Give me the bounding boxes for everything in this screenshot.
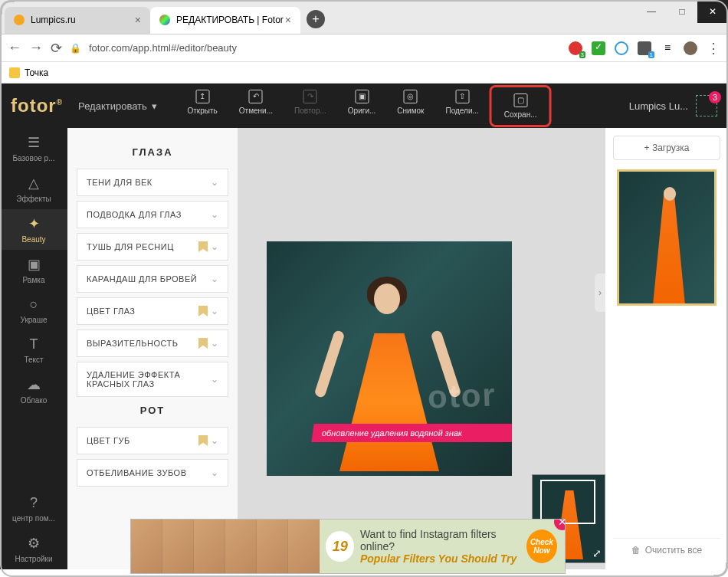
accordion-item[interactable]: ВЫРАЗИТЕЛЬНОСТЬ⌄: [77, 329, 228, 357]
expand-icon[interactable]: ⤢: [592, 547, 602, 559]
toolbar-save-button[interactable]: ▢Сохран...: [494, 89, 548, 123]
premium-ribbon-icon: [198, 306, 208, 316]
new-tab-button[interactable]: +: [307, 10, 325, 28]
browser-tab-strip: Lumpics.ru × РЕДАКТИРОВАТЬ | Fotor × + —…: [0, 0, 728, 34]
original-icon: ▣: [355, 90, 369, 103]
maximize-button[interactable]: □: [667, 0, 697, 23]
chevron-down-icon: ⌄: [211, 274, 219, 284]
bookmarks-bar: Точка: [0, 62, 728, 84]
thumbnail[interactable]: [617, 169, 717, 306]
canvas-area[interactable]: otor обновление удаления водяной знак 26…: [238, 128, 605, 569]
rail-settings[interactable]: ⚙Настройки: [0, 529, 67, 569]
app-body: ☰Базовое р...△Эффекты✦Beauty▣Рамка○Украш…: [0, 84, 728, 569]
rail-help[interactable]: ?центр пом...: [0, 489, 67, 529]
menu-button[interactable]: ⋮: [707, 40, 720, 57]
ext-icon-2[interactable]: ✓: [592, 41, 605, 55]
cloud-icon: ☁: [27, 376, 41, 393]
panel-heading-eyes: ГЛАЗА: [77, 146, 228, 158]
notif-badge: 3: [709, 91, 721, 103]
collapse-right-button[interactable]: ›: [595, 274, 605, 312]
ext-icon-1[interactable]: 3: [569, 41, 582, 55]
rail-beauty[interactable]: ✦Beauty: [0, 209, 67, 250]
ad-cta-button[interactable]: CheckNow: [526, 529, 557, 563]
user-area: Lumpics Lu... 3: [629, 95, 717, 116]
ad-text: Want to find Instagram filters online? P…: [360, 528, 519, 565]
panel-heading-mouth: РОТ: [77, 405, 228, 416]
close-icon[interactable]: ×: [135, 14, 141, 26]
ext-icon-3[interactable]: [615, 41, 628, 55]
watermark-banner[interactable]: обновление удаления водяной знак: [311, 424, 512, 442]
ext-icon-4[interactable]: 1: [638, 41, 651, 55]
text-icon: T: [30, 336, 38, 352]
ad-badge: 19: [326, 531, 354, 562]
rail-text[interactable]: TТекст: [0, 330, 67, 370]
rail-cloud[interactable]: ☁Облако: [0, 370, 67, 411]
premium-ribbon-icon: [198, 435, 208, 446]
forward-button[interactable]: →: [29, 40, 43, 56]
bookmark-item[interactable]: Точка: [25, 67, 48, 78]
accordion-item[interactable]: ТЕНИ ДЛЯ ВЕК⌄: [77, 169, 228, 196]
reload-button[interactable]: ⟳: [51, 40, 62, 57]
username[interactable]: Lumpics Lu...: [629, 100, 688, 112]
toolbar-share-button[interactable]: ⇧Подели...: [435, 85, 489, 127]
accordion-item[interactable]: КАРАНДАШ ДЛЯ БРОВЕЙ⌄: [77, 265, 228, 293]
fotor-logo[interactable]: fotor®: [11, 95, 63, 116]
url-text[interactable]: fotor.com/app.html#/editor/beauty: [89, 42, 561, 54]
ad-faces: [131, 520, 320, 573]
toolbar-original-button[interactable]: ▣Ориги...: [337, 85, 387, 127]
edit-dropdown[interactable]: Редактировать ▾: [78, 100, 157, 112]
chevron-down-icon: ⌄: [211, 338, 219, 349]
left-rail: ☰Базовое р...△Эффекты✦Beauty▣Рамка○Украш…: [0, 84, 67, 569]
clear-all-button[interactable]: 🗑Очистить все: [613, 538, 720, 562]
trash-icon: 🗑: [631, 545, 641, 556]
upload-button[interactable]: + Загрузка: [613, 136, 720, 160]
minimize-button[interactable]: —: [636, 0, 667, 23]
close-window-button[interactable]: ✕: [697, 0, 728, 23]
beauty-icon: ✦: [28, 215, 40, 232]
window-controls: — □ ✕: [636, 0, 728, 23]
accordion-item[interactable]: ПОДВОДКА ДЛЯ ГЛАЗ⌄: [77, 201, 228, 228]
effects-icon: △: [28, 175, 39, 192]
top-toolbar: ↥Открыть↶Отмени...↷Повтор...▣Ориги...◎Сн…: [177, 85, 552, 127]
redo-icon: ↷: [303, 90, 317, 103]
accordion-item[interactable]: УДАЛЕНИЕ ЭФФЕКТА КРАСНЫХ ГЛАЗ⌄: [77, 362, 228, 397]
toolbar-snapshot-button[interactable]: ◎Снимок: [386, 85, 435, 127]
canvas-image[interactable]: otor обновление удаления водяной знак: [267, 241, 512, 476]
beauty-panel: ГЛАЗА ТЕНИ ДЛЯ ВЕК⌄ПОДВОДКА ДЛЯ ГЛАЗ⌄ТУШ…: [67, 128, 238, 569]
toolbar-open-button[interactable]: ↥Открыть: [177, 85, 228, 127]
extension-icons: 3 ✓ 1 ≡ ⋮: [569, 40, 720, 57]
chevron-down-icon: ⌄: [211, 435, 219, 446]
rail-basic[interactable]: ☰Базовое р...: [0, 128, 67, 169]
ad-banner[interactable]: 19 Want to find Instagram filters online…: [130, 519, 566, 574]
chevron-down-icon: ⌄: [211, 209, 219, 220]
chevron-down-icon: ⌄: [211, 374, 219, 385]
back-button[interactable]: ←: [8, 40, 21, 56]
save-icon: ▢: [513, 93, 527, 107]
accordion-item[interactable]: ОТБЕЛИВАНИЕ ЗУБОВ⌄: [77, 459, 228, 487]
toolbar-undo-button[interactable]: ↶Отмени...: [228, 85, 284, 127]
chevron-down-icon: ⌄: [211, 306, 219, 316]
rail-decorate[interactable]: ○Украше: [0, 290, 67, 330]
right-pane: › + Загрузка 🗑Очистить все: [605, 128, 728, 569]
ad-close-button[interactable]: ✕: [554, 519, 566, 530]
tab-lumpics[interactable]: Lumpics.ru ×: [5, 7, 150, 34]
tab-fotor[interactable]: РЕДАКТИРОВАТЬ | Fotor ×: [150, 7, 300, 34]
tab-title: РЕДАКТИРОВАТЬ | Fotor: [176, 15, 284, 25]
minimap-viewport[interactable]: [540, 480, 595, 524]
basic-icon: ☰: [28, 134, 40, 151]
share-icon: ⇧: [455, 90, 469, 103]
close-icon[interactable]: ×: [285, 14, 291, 26]
notification-icon[interactable]: 3: [696, 95, 717, 116]
settings-icon: ⚙: [28, 535, 40, 552]
rail-effects[interactable]: △Эффекты: [0, 169, 67, 209]
watermark-text: otor: [428, 376, 497, 415]
accordion-item[interactable]: ЦВЕТ ГУБ⌄: [77, 427, 228, 454]
avatar[interactable]: [684, 41, 697, 55]
rail-frame[interactable]: ▣Рамка: [0, 250, 67, 290]
accordion-item[interactable]: ЦВЕТ ГЛАЗ⌄: [77, 297, 228, 325]
favicon-lumpics: [14, 15, 25, 25]
open-icon: ↥: [195, 90, 209, 103]
ext-icon-5[interactable]: ≡: [661, 41, 674, 55]
accordion-item[interactable]: ТУШЬ ДЛЯ РЕСНИЦ⌄: [77, 233, 228, 261]
toolbar-redo-button[interactable]: ↷Повтор...: [284, 85, 337, 127]
